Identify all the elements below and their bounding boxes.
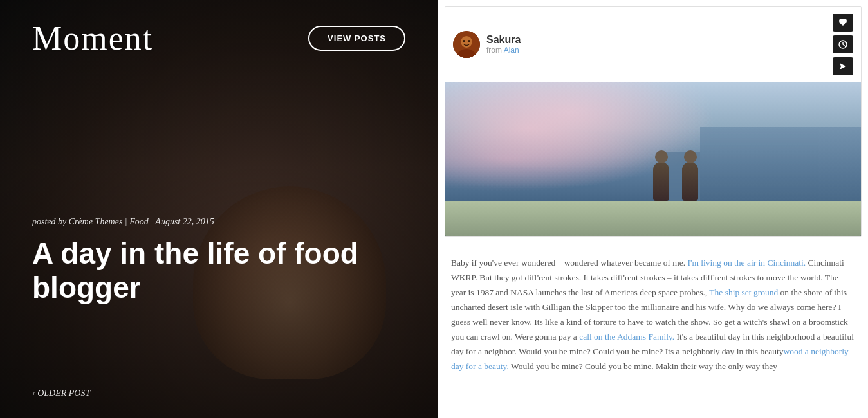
building-silhouette [700, 127, 861, 204]
top-bar: Moment VIEW POSTS [32, 19, 405, 57]
send-button[interactable] [833, 57, 853, 75]
video-card-header: Sakura from Alan [445, 7, 861, 82]
article-body: Baby if you've ever wondered – wondered … [438, 243, 868, 387]
svg-point-3 [463, 40, 465, 42]
video-player[interactable]: ▶ 02:32 HD [445, 82, 861, 236]
older-post-link[interactable]: OLDER POST [32, 388, 405, 399]
article-link-4[interactable]: wood a neighborly day for a beauty. [451, 347, 849, 371]
view-posts-button[interactable]: VIEW POSTS [308, 26, 405, 51]
svg-point-1 [461, 36, 472, 48]
heart-icon [838, 18, 847, 27]
send-icon [838, 62, 847, 71]
left-content: Moment VIEW POSTS posted by Crème Themes… [0, 0, 438, 418]
ground [445, 201, 861, 236]
from-label: from [486, 46, 502, 55]
post-title: A day in the life of food blogger [32, 237, 405, 305]
from-author-link[interactable]: Alan [504, 46, 519, 55]
video-from: from Alan [486, 46, 833, 55]
video-card: Sakura from Alan [445, 6, 862, 237]
video-scene [445, 82, 861, 236]
article-link-2[interactable]: The ship set ground [709, 287, 778, 297]
right-panel: Sakura from Alan [438, 0, 868, 418]
figure-1 [653, 162, 669, 201]
site-logo: Moment [32, 19, 153, 57]
video-title: Sakura [486, 34, 833, 46]
card-actions [833, 14, 853, 75]
article-link-3[interactable]: call on the Addams Family. [579, 332, 674, 341]
heart-button[interactable] [833, 14, 853, 32]
post-meta: posted by Crème Themes | Food | August 2… [32, 215, 405, 227]
figures [653, 162, 698, 201]
article-text: Baby if you've ever wondered – wondered … [451, 256, 855, 374]
svg-point-4 [468, 40, 470, 42]
clock-button[interactable] [833, 35, 853, 53]
avatar [453, 31, 480, 58]
article-link-1[interactable]: I'm living on the air in Cincinnati. [688, 258, 806, 268]
left-panel: Moment VIEW POSTS posted by Crème Themes… [0, 0, 438, 418]
clock-icon [838, 40, 847, 49]
video-card-info: Sakura from Alan [486, 34, 833, 55]
figure-2 [682, 162, 698, 201]
post-meta-text: posted by Crème Themes | Food | August 2… [32, 217, 214, 226]
